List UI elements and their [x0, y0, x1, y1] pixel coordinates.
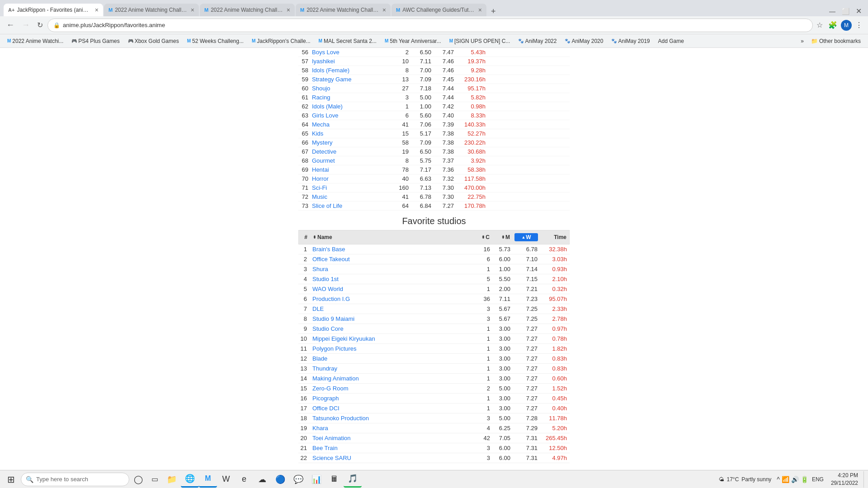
minimize-button[interactable]: —: [826, 7, 838, 16]
onedrive-app[interactable]: ☁: [253, 471, 271, 488]
genre-name-67[interactable]: Detective: [312, 148, 389, 155]
tab-4[interactable]: M 2022 Anime Watching Challeng... ×: [296, 4, 391, 16]
studio-name-22[interactable]: Science SARU: [310, 455, 472, 461]
maximize-button[interactable]: ⬜: [839, 7, 852, 16]
genre-name-61[interactable]: Racing: [312, 94, 389, 101]
tray-speaker-icon[interactable]: 🔊: [791, 476, 799, 483]
studio-name-3[interactable]: Shura: [310, 266, 472, 272]
clock[interactable]: 4:20 PM 29/11/2022: [827, 472, 862, 487]
genre-name-64[interactable]: Mecha: [312, 121, 389, 128]
genre-name-70[interactable]: Horror: [312, 175, 389, 182]
bookmark-other[interactable]: 📁 Other bookmarks: [807, 37, 864, 45]
genre-name-62[interactable]: Idols (Male): [312, 103, 389, 110]
new-tab-button[interactable]: +: [487, 7, 500, 16]
studio-name-17[interactable]: Office DCI: [310, 405, 472, 412]
bookmark-signups[interactable]: M [SIGN UPS OPEN] C...: [446, 37, 514, 45]
bookmark-addgame[interactable]: Add Game: [655, 37, 688, 45]
tray-arrow-icon[interactable]: ^: [777, 476, 780, 483]
studio-name-15[interactable]: Zero-G Room: [310, 385, 472, 392]
genre-name-73[interactable]: Slice of Life: [312, 202, 389, 209]
spotify-app[interactable]: 🎵: [344, 471, 362, 488]
genre-name-68[interactable]: Gourmet: [312, 157, 389, 164]
header-time[interactable]: Time: [540, 234, 569, 240]
mal-app[interactable]: M: [199, 471, 217, 488]
bookmark-animay22[interactable]: 🐾 AniMay 2022: [514, 37, 560, 45]
studio-name-11[interactable]: Polygon Pictures: [310, 345, 472, 352]
studio-name-20[interactable]: Toei Animation: [310, 435, 472, 441]
tab-5[interactable]: M AWC Challenge Guides/Tutorials:... ×: [392, 4, 486, 16]
language-indicator[interactable]: ENG: [810, 476, 826, 483]
studio-name-18[interactable]: Tatsunoko Production: [310, 415, 472, 422]
genre-name-57[interactable]: Iyashikei: [312, 58, 389, 65]
studio-name-16[interactable]: Picograph: [310, 395, 472, 402]
bookmark-animay19[interactable]: 🐾 AniMay 2019: [608, 37, 653, 45]
genre-name-60[interactable]: Shoujo: [312, 85, 389, 92]
calculator-app[interactable]: 🖩: [326, 471, 344, 488]
genre-name-66[interactable]: Mystery: [312, 139, 389, 146]
genre-name-63[interactable]: Girls Love: [312, 112, 389, 119]
studio-name-21[interactable]: Bee Train: [310, 445, 472, 451]
studio-name-19[interactable]: Khara: [310, 425, 472, 432]
tab-1-close[interactable]: ×: [95, 6, 99, 14]
show-desktop-button[interactable]: [863, 471, 866, 488]
weather-widget[interactable]: 🌤 17°C Partly sunny: [715, 476, 775, 483]
header-w[interactable]: ▲ W: [514, 233, 538, 241]
excel-app[interactable]: 📊: [307, 471, 326, 488]
tab-3-close[interactable]: ×: [287, 6, 290, 14]
file-explorer-app[interactable]: 📁: [163, 471, 181, 488]
word-app[interactable]: W: [217, 471, 235, 488]
browser-app[interactable]: 🌐: [181, 471, 199, 488]
tab-5-close[interactable]: ×: [478, 6, 482, 14]
back-button[interactable]: ←: [4, 19, 17, 32]
refresh-button[interactable]: ↻: [34, 19, 46, 31]
bookmark-5thanniv[interactable]: M 5th Year Anniversar...: [381, 37, 445, 45]
bookmarks-more[interactable]: »: [798, 37, 807, 45]
header-name[interactable]: ⬍ Name: [310, 234, 472, 240]
studio-name-4[interactable]: Studio 1st: [310, 276, 472, 282]
genre-name-72[interactable]: Music: [312, 193, 389, 200]
studio-name-8[interactable]: Studio 9 Maiami: [310, 315, 472, 322]
bookmark-star-icon[interactable]: ☆: [815, 19, 825, 31]
tab-2[interactable]: M 2022 Anime Watching Challenge... ×: [104, 4, 199, 16]
chrome-app[interactable]: 🔵: [271, 471, 289, 488]
tab-2-close[interactable]: ×: [191, 6, 194, 14]
bookmark-animay20[interactable]: 🐾 AniMay 2020: [561, 37, 607, 45]
studio-name-6[interactable]: Production I.G: [310, 296, 472, 302]
genre-name-69[interactable]: Hentai: [312, 166, 389, 173]
taskview-button[interactable]: ▭: [146, 471, 163, 488]
studio-name-2[interactable]: Office Takeout: [310, 256, 472, 263]
studio-name-1[interactable]: Brain's Base: [310, 246, 472, 253]
edge-app[interactable]: e: [235, 471, 253, 488]
tab-3[interactable]: M 2022 Anime Watching Challenge... ×: [200, 4, 295, 16]
header-c[interactable]: ⬍ C: [472, 234, 492, 240]
studio-name-12[interactable]: Blade: [310, 355, 472, 362]
genre-name-71[interactable]: Sci-Fi: [312, 184, 389, 191]
extensions-icon[interactable]: 🧩: [826, 19, 839, 31]
studio-name-14[interactable]: Making Animation: [310, 375, 472, 382]
bookmark-xbox[interactable]: 🎮 Xbox Gold Games: [124, 37, 183, 45]
bookmark-jackrippon[interactable]: M JackRippon's Challe...: [248, 37, 314, 45]
tab-1[interactable]: A+ JackRippon - Favorites (anime) - ×: [4, 4, 103, 16]
studio-name-7[interactable]: DLE: [310, 305, 472, 312]
profile-icon[interactable]: M: [841, 20, 852, 31]
studio-name-10[interactable]: Mippei Eigeki Kiryuukan: [310, 335, 472, 342]
genre-name-58[interactable]: Idols (Female): [312, 67, 389, 74]
genre-name-65[interactable]: Kids: [312, 130, 389, 137]
genre-name-56[interactable]: Boys Love: [312, 49, 389, 56]
settings-icon[interactable]: ⋮: [854, 19, 864, 31]
start-button[interactable]: ⊞: [2, 471, 20, 488]
taskbar-search-box[interactable]: 🔍 Type here to search: [21, 473, 129, 486]
bookmark-ps4[interactable]: 🎮 PS4 Plus Games: [68, 37, 123, 45]
close-button[interactable]: ✕: [853, 6, 864, 16]
header-m[interactable]: ⬍ M: [492, 234, 513, 240]
forward-button[interactable]: →: [19, 19, 33, 32]
wechat-app[interactable]: 💬: [289, 471, 307, 488]
bookmark-anime-watchi[interactable]: M 2022 Anime Watchi...: [4, 37, 67, 45]
tab-4-close[interactable]: ×: [382, 6, 386, 14]
studio-name-13[interactable]: Thundray: [310, 365, 472, 372]
genre-name-59[interactable]: Strategy Game: [312, 76, 389, 83]
address-bar[interactable]: 🔒 anime.plus/JackRippon/favorites.anime: [47, 19, 813, 32]
cortana-button[interactable]: ◯: [130, 471, 146, 488]
bookmark-52weeks[interactable]: M 52 Weeks Challeng...: [184, 37, 247, 45]
studio-name-9[interactable]: Studio Core: [310, 325, 472, 332]
